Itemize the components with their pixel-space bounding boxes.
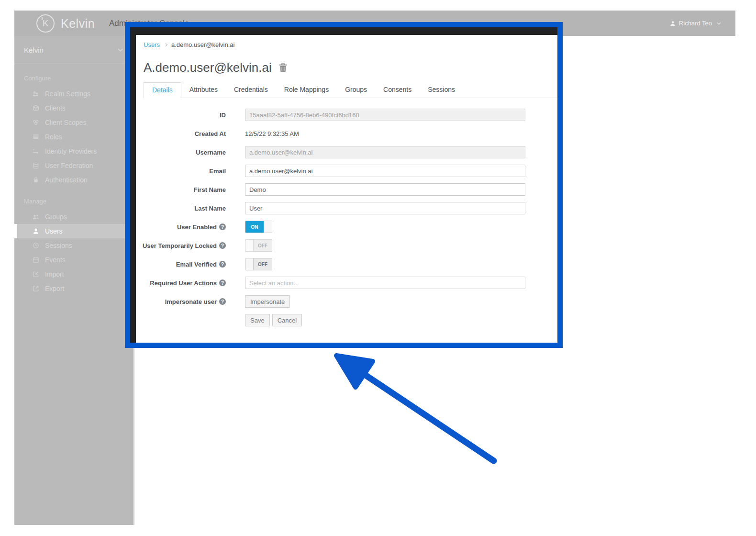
help-icon[interactable]: ? [219,279,226,286]
sidebar: Kelvin Configure Realm Settings Clients … [14,36,135,525]
email-label: Email [136,165,226,177]
help-icon[interactable]: ? [219,242,226,249]
sidebar-item-sessions[interactable]: Sessions [14,238,133,253]
sidebar-item-user-federation[interactable]: User Federation [14,158,133,173]
created-at-label: Created At [136,127,226,140]
tab-credentials[interactable]: Credentials [226,82,276,98]
sidebar-item-label: Users [45,227,63,235]
help-icon[interactable]: ? [219,298,226,305]
tab-attributes[interactable]: Attributes [181,82,226,98]
database-icon [32,162,40,169]
user-detail-panel: Users a.demo.user@kelvin.ai A.demo.user@… [136,35,557,343]
email-input[interactable] [245,165,525,177]
help-icon[interactable]: ? [219,261,226,268]
impersonate-button[interactable]: Impersonate [245,295,290,308]
groups-icon [32,213,40,220]
sidebar-item-label: Export [45,285,64,292]
sidebar-item-events[interactable]: Events [14,253,133,267]
user-name: Richard Teo [679,20,712,27]
tab-role-mappings[interactable]: Role Mappings [276,82,337,98]
chevron-down-icon [118,48,123,52]
impersonate-user-label: Impersonate user ? [136,295,226,308]
form-row-required-user-actions: Required User Actions ? [136,277,557,289]
sidebar-item-users[interactable]: Users [14,224,133,238]
import-icon [32,271,40,278]
tab-groups[interactable]: Groups [337,82,375,98]
user-enabled-toggle[interactable]: ON [245,221,272,233]
user-menu[interactable]: Richard Teo [670,20,721,27]
last-name-label: Last Name [136,202,226,214]
chevron-right-icon [164,43,167,46]
sidebar-item-groups[interactable]: Groups [14,210,133,224]
sidebar-item-label: Realm Settings [45,90,90,98]
form-row-user-enabled: User Enabled ? ON [136,221,557,233]
sidebar-item-identity-providers[interactable]: Identity Providers [14,144,133,158]
user-temporarily-locked-toggle[interactable]: OFF [245,239,272,252]
breadcrumb: Users a.demo.user@kelvin.ai [136,35,557,48]
tab-sessions[interactable]: Sessions [420,82,463,98]
sidebar-item-label: Roles [45,133,62,141]
username-label: Username [136,146,226,158]
form-row-created-at: Created At 12/5/22 9:32:35 AM [136,127,557,140]
form-row-id: ID [136,109,557,121]
email-verified-label: Email Verified ? [136,258,226,270]
sidebar-item-label: Client Scopes [45,119,86,126]
form-row-first-name: First Name [136,183,557,196]
sliders-icon [32,90,40,97]
first-name-label: First Name [136,183,226,196]
toggle-handle [245,240,254,251]
brand-name: Kelvin [61,17,95,31]
help-icon[interactable]: ? [219,223,226,230]
username-input[interactable] [245,146,525,158]
panel-frame: Users a.demo.user@kelvin.ai A.demo.user@… [130,27,557,343]
sidebar-item-label: Identity Providers [45,147,97,155]
brand: K Kelvin [36,14,95,33]
sidebar-item-label: User Federation [45,162,93,169]
toggle-handle [245,258,254,270]
sidebar-item-roles[interactable]: Roles [14,130,133,144]
page-title: A.demo.user@kelvin.ai [144,60,272,75]
lock-icon [32,177,40,183]
delete-user-icon[interactable] [278,63,288,73]
sidebar-item-realm-settings[interactable]: Realm Settings [14,87,133,101]
sidebar-item-authentication[interactable]: Authentication [14,173,133,187]
realm-selector[interactable]: Kelvin [14,36,133,64]
sidebar-item-clients[interactable]: Clients [14,101,133,115]
email-verified-toggle[interactable]: OFF [245,258,272,270]
breadcrumb-users-link[interactable]: Users [144,41,160,48]
id-label: ID [136,109,226,121]
kelvin-logo-icon: K [36,14,55,33]
user-details-form: ID Created At 12/5/22 9:32:35 AM Usernam… [136,109,557,326]
calendar-icon [32,257,40,263]
sidebar-item-label: Import [45,270,64,278]
save-button[interactable]: Save [245,314,270,326]
tab-bar: Details Attributes Credentials Role Mapp… [144,82,557,98]
last-name-input[interactable] [245,202,525,214]
sidebar-item-label: Sessions [45,242,72,249]
toggle-handle [264,221,272,233]
sidebar-item-label: Groups [45,213,67,221]
created-at-value: 12/5/22 9:32:35 AM [245,130,299,137]
user-icon [32,228,40,234]
required-user-actions-select[interactable] [245,277,525,289]
user-icon [670,21,676,26]
form-row-user-temporarily-locked: User Temporarily Locked ? OFF [136,239,557,252]
sidebar-item-label: Events [45,256,66,264]
tab-consents[interactable]: Consents [375,82,420,98]
sidebar-item-export[interactable]: Export [14,281,133,296]
first-name-input[interactable] [245,183,525,196]
breadcrumb-current: a.demo.user@kelvin.ai [171,41,234,48]
highlight-frame: Users a.demo.user@kelvin.ai A.demo.user@… [125,22,563,348]
sidebar-item-client-scopes[interactable]: Client Scopes [14,115,133,130]
form-row-email-verified: Email Verified ? OFF [136,258,557,270]
tab-details[interactable]: Details [144,82,181,98]
sidebar-heading-configure: Configure [24,75,133,82]
actions-label-spacer [136,314,226,326]
sidebar-item-label: Authentication [45,176,88,184]
export-icon [32,285,40,292]
form-row-last-name: Last Name [136,202,557,214]
form-row-impersonate: Impersonate user ? Impersonate [136,295,557,308]
id-input[interactable] [245,109,525,121]
sidebar-item-import[interactable]: Import [14,267,133,281]
cancel-button[interactable]: Cancel [272,314,302,326]
